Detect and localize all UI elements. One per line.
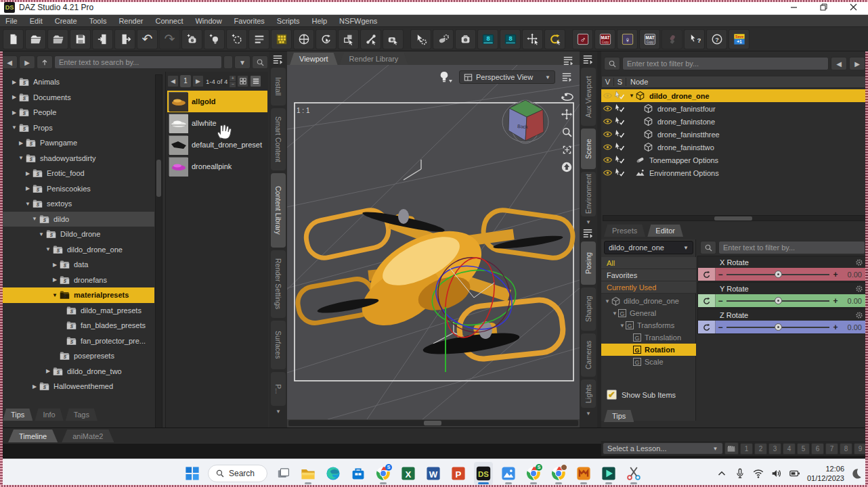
param-group-transforms[interactable]: ▼GTransforms: [601, 319, 696, 331]
taskbar-clock[interactable]: 12:06 01/12/2023: [807, 464, 844, 484]
lesson-6-button[interactable]: 6: [811, 443, 824, 455]
lesson-4-button[interactable]: 4: [783, 443, 796, 455]
search-dropdown-button[interactable]: ▼: [234, 55, 251, 69]
content-item-allgold[interactable]: allgold: [167, 91, 267, 112]
expanded-arrow-icon[interactable]: ▼: [24, 201, 31, 207]
slider-thumb[interactable]: [775, 297, 782, 304]
right-strip-menu-icon[interactable]: [582, 54, 595, 66]
tab-timeline[interactable]: Timeline: [8, 430, 58, 442]
tree-item[interactable]: Sposepresets: [0, 348, 154, 364]
tree-item[interactable]: ▼SProps: [0, 120, 154, 136]
search-input[interactable]: [54, 55, 222, 69]
page-size-spinner[interactable]: +−: [230, 76, 236, 87]
lesson-1-button[interactable]: 1: [740, 443, 753, 455]
view-options-icon[interactable]: [437, 70, 455, 85]
tree-item[interactable]: ▼Ssextoys: [0, 196, 154, 212]
scene-node-environment-options[interactable]: Environment Options: [601, 166, 868, 179]
tree-scrollbar[interactable]: ▲ ▼: [155, 74, 162, 457]
tree-item[interactable]: ▶SHalloweenthemed: [0, 379, 154, 394]
tab-render-settings[interactable]: Render Settings: [271, 250, 286, 318]
taskbar-explorer-icon[interactable]: [299, 462, 318, 485]
tab-editor[interactable]: Editor: [647, 225, 683, 237]
taskbar-vsdc-icon[interactable]: [599, 462, 618, 485]
taskbar-powerpoint-icon[interactable]: P: [449, 462, 468, 485]
slider-value[interactable]: 0.00: [840, 271, 866, 279]
tab-surfaces[interactable]: Surfaces: [271, 321, 286, 369]
tray-volume-icon[interactable]: [771, 467, 783, 480]
expanded-arrow-icon[interactable]: ▼: [45, 246, 51, 252]
create-camera-icon[interactable]: [181, 29, 202, 49]
save-plus-icon[interactable]: Save+1: [729, 29, 750, 49]
visibility-eye-icon[interactable]: [601, 142, 613, 153]
filter-magnifier-icon[interactable]: [700, 241, 716, 254]
slider-thumb[interactable]: [775, 323, 782, 331]
scene-node-tonemapper-options[interactable]: Tonemapper Options: [601, 154, 868, 166]
menu-item-favorites[interactable]: Favorites: [234, 17, 265, 25]
whats-this-icon[interactable]: ?: [684, 29, 705, 49]
tab-smart-content[interactable]: Smart Content: [271, 108, 286, 170]
menu-item-edit[interactable]: Edit: [30, 17, 43, 25]
selectable-cursor-icon[interactable]: [613, 91, 626, 101]
scene-node-drone-faninsttwo[interactable]: drone_faninsttwo: [601, 141, 868, 154]
collapsed-arrow-icon[interactable]: ▶: [51, 262, 58, 268]
expanded-arrow-icon[interactable]: ▼: [619, 323, 626, 329]
collapsed-arrow-icon[interactable]: ▶: [11, 79, 18, 85]
param-group-rotation[interactable]: GRotation: [601, 344, 696, 356]
tree-item[interactable]: ▶SDocuments: [0, 90, 154, 106]
parameters-filter-input[interactable]: [718, 241, 865, 254]
export-icon[interactable]: [114, 29, 135, 49]
category-currently-used[interactable]: Currently Used: [601, 281, 696, 294]
scene-filter-input[interactable]: [622, 57, 829, 70]
lipstick-tool-icon[interactable]: [661, 29, 682, 49]
tab-install[interactable]: Install: [271, 68, 286, 106]
up-directory-button[interactable]: [37, 55, 53, 69]
expanded-arrow-icon[interactable]: ▼: [611, 310, 618, 317]
tab-p-[interactable]: P...: [271, 372, 286, 406]
nudge-down-button[interactable]: −: [716, 296, 725, 306]
tree-item[interactable]: ▶SPeople: [0, 105, 154, 120]
collapsed-arrow-icon[interactable]: ▶: [11, 110, 18, 116]
menu-item-nsfwgens[interactable]: NSFWgens: [339, 17, 377, 25]
menu-item-scripts[interactable]: Scripts: [277, 17, 300, 25]
gear-icon[interactable]: [855, 311, 863, 319]
expanded-arrow-icon[interactable]: ▼: [11, 124, 18, 131]
joint-editor-tool-icon[interactable]: [360, 29, 381, 49]
tab-scene[interactable]: Scene: [581, 129, 596, 169]
frame-object-icon[interactable]: [559, 142, 575, 157]
rotate-icon[interactable]: [698, 321, 716, 333]
open-recent-icon[interactable]: [47, 29, 68, 49]
nudge-up-button[interactable]: +: [831, 296, 840, 306]
collapsed-arrow-icon[interactable]: ▶: [51, 277, 58, 283]
taskbar-mcreator-icon[interactable]: [574, 462, 593, 485]
tree-item[interactable]: ▼Smaterialpresets: [0, 287, 154, 303]
surface-tool-icon[interactable]: [433, 29, 454, 49]
expanded-arrow-icon[interactable]: ▼: [31, 216, 38, 222]
tree-item[interactable]: Sdildo_mat_presets: [0, 303, 154, 319]
tab-animate2[interactable]: aniMate2: [62, 430, 114, 442]
right-strip2-menu-icon[interactable]: [582, 228, 595, 240]
taskbar-search[interactable]: Search: [208, 465, 267, 482]
tree-item[interactable]: ▶SPawngame: [0, 135, 154, 151]
taskbar-word-icon[interactable]: W: [424, 462, 443, 485]
strip-scroll-icon[interactable]: ▼: [586, 219, 591, 225]
scene-node-drone-faninstfour[interactable]: drone_faninstfour: [601, 102, 868, 115]
content-item-droneallpink[interactable]: droneallpink: [167, 156, 267, 177]
new-file-icon[interactable]: [3, 29, 24, 49]
param-group-translation[interactable]: GTranslation: [601, 331, 696, 344]
tree-item[interactable]: ▶SErotic_food: [0, 166, 154, 181]
taskbar-edge-icon[interactable]: [324, 462, 343, 485]
collapsed-arrow-icon[interactable]: ▶: [31, 384, 38, 390]
tab-info[interactable]: Info: [35, 409, 63, 421]
menu-item-tools[interactable]: Tools: [89, 17, 107, 25]
tree-item[interactable]: ▼Sdildo_drone_one: [0, 242, 154, 258]
collapsed-arrow-icon[interactable]: ▶: [24, 185, 31, 191]
taskbar-store-icon[interactable]: [349, 462, 368, 485]
visibility-eye-icon[interactable]: [601, 129, 613, 140]
category-all[interactable]: All: [601, 257, 696, 269]
lesson-5-button[interactable]: 5: [797, 443, 810, 455]
genesis8-male-icon[interactable]: 8: [500, 29, 521, 49]
taskbar-chrome-s2-icon[interactable]: S: [524, 462, 543, 485]
param-group-general[interactable]: ▼GGeneral: [601, 307, 696, 319]
strip-scroll-icon[interactable]: ▼: [586, 411, 591, 417]
taskbar-start-icon[interactable]: [183, 462, 202, 485]
